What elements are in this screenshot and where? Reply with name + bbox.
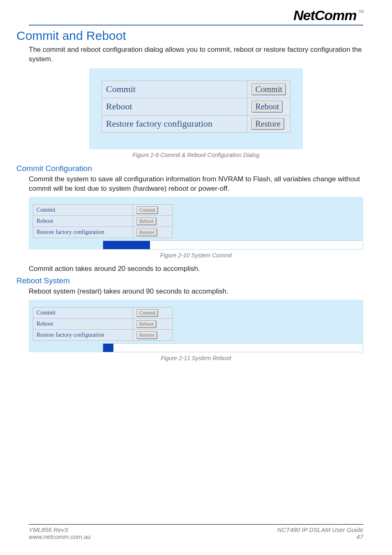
- row-label: Restore factory configuration: [33, 329, 133, 340]
- brand-logo: NetComm TM: [293, 8, 363, 22]
- brand-name: NetComm: [293, 8, 357, 22]
- row-label: Commit: [33, 204, 133, 215]
- table-row: Restore factory configuration Restore: [102, 115, 291, 132]
- page-header: NetComm TM: [29, 8, 363, 25]
- restore-button[interactable]: Restore: [251, 118, 284, 130]
- row-label: Restore factory configuration: [33, 227, 133, 238]
- config-table-small: Commit Commit Reboot Reboot Restore fact…: [33, 204, 173, 238]
- commit-config-heading: Commit Configuration: [16, 164, 363, 173]
- row-label: Reboot: [33, 215, 133, 227]
- reboot-button[interactable]: Reboot: [136, 320, 157, 328]
- footer-guide: NCT480 IP DSLAM User Guide: [277, 526, 363, 533]
- reboot-dialog-small: Commit Commit Reboot Reboot Restore fact…: [29, 300, 363, 352]
- row-label: Reboot: [102, 98, 247, 115]
- figure-caption: Figure 2-9 Commit & Reboot Configuration…: [29, 152, 363, 158]
- progress-bar: [103, 343, 363, 352]
- progress-bar: [103, 240, 363, 250]
- table-row: Reboot Reboot: [33, 215, 173, 227]
- table-row: Commit Commit: [33, 307, 173, 318]
- table-row: Reboot Reboot: [102, 98, 291, 115]
- table-row: Restore factory configuration Restore: [33, 227, 173, 238]
- commit-reboot-dialog: Commit Commit Reboot Reboot Restore fact…: [89, 68, 303, 149]
- footer-rev: YML856 Rev3: [29, 526, 91, 533]
- row-label: Restore factory configuration: [102, 115, 247, 132]
- progress-fill: [103, 344, 113, 352]
- reboot-system-text: Reboot system (restart) takes around 90 …: [29, 287, 363, 296]
- footer-page: 47: [277, 533, 363, 540]
- commit-button[interactable]: Commit: [136, 309, 158, 317]
- config-table: Commit Commit Reboot Reboot Restore fact…: [101, 81, 291, 133]
- figure-caption: Figure 2-10 System Commit: [29, 252, 363, 259]
- restore-button[interactable]: Restore: [136, 229, 157, 236]
- commit-button[interactable]: Commit: [136, 206, 158, 214]
- restore-button[interactable]: Restore: [136, 331, 157, 339]
- figure-caption: Figure 2-11 System Reboot: [29, 355, 363, 361]
- config-table-small: Commit Commit Reboot Reboot Restore fact…: [33, 307, 173, 341]
- table-row: Commit Commit: [33, 204, 173, 215]
- progress-fill: [103, 241, 150, 249]
- table-row: Commit Commit: [102, 81, 291, 98]
- table-row: Restore factory configuration Restore: [33, 329, 173, 340]
- page-title: Commit and Reboot: [16, 29, 363, 43]
- commit-button[interactable]: Commit: [251, 83, 286, 95]
- table-row: Reboot Reboot: [33, 318, 173, 329]
- reboot-button[interactable]: Reboot: [251, 101, 283, 113]
- intro-text: The commit and reboot configuration dial…: [29, 45, 363, 64]
- page-footer: YML856 Rev3 www.netcomm.com.au NCT480 IP…: [29, 524, 363, 540]
- row-label: Commit: [33, 307, 133, 318]
- reboot-button[interactable]: Reboot: [136, 217, 157, 225]
- commit-config-text: Commit the system to save all configurat…: [29, 175, 363, 194]
- footer-url: www.netcomm.com.au: [29, 533, 91, 540]
- commit-note: Commit action takes around 20 seconds to…: [29, 264, 363, 274]
- row-label: Reboot: [33, 318, 133, 329]
- row-label: Commit: [102, 81, 247, 98]
- commit-dialog-small: Commit Commit Reboot Reboot Restore fact…: [29, 197, 363, 250]
- reboot-system-heading: Reboot System: [16, 276, 363, 285]
- trademark: TM: [358, 10, 363, 14]
